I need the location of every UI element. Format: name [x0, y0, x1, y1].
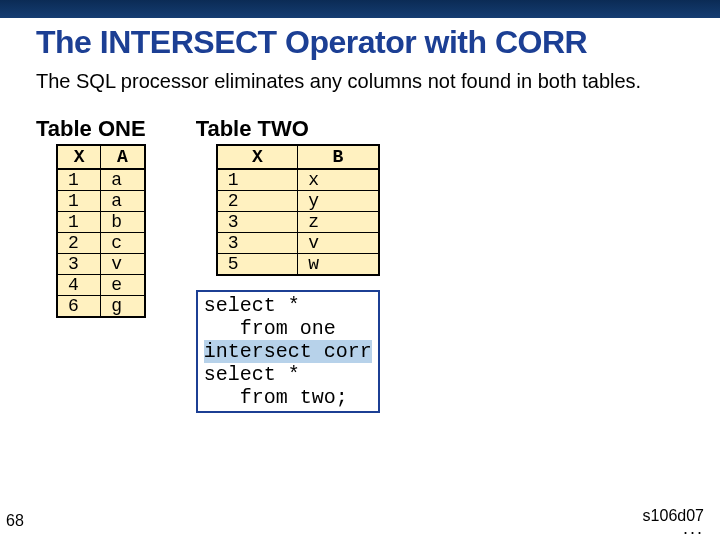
table-row: 1b: [57, 212, 145, 233]
table-row: X A: [57, 145, 145, 169]
table-row: 2c: [57, 233, 145, 254]
slide-content: The INTERSECT Operator with CORR The SQL…: [0, 24, 720, 413]
table-one-header-a: A: [101, 145, 145, 169]
code-line-highlight: intersect corr: [204, 340, 372, 363]
right-column: Table TWO X B 1x 2y 3z 3v 5w select * fr…: [196, 116, 380, 413]
slide-subtitle: The SQL processor eliminates any columns…: [36, 69, 684, 94]
table-two-header-x: X: [217, 145, 298, 169]
table-two-block: Table TWO X B 1x 2y 3z 3v 5w: [196, 116, 380, 276]
table-one: X A 1a 1a 1b 2c 3v 4e 6g: [56, 144, 146, 318]
slide-title: The INTERSECT Operator with CORR: [36, 24, 684, 61]
table-row: 5w: [217, 254, 379, 276]
table-row: 2y: [217, 191, 379, 212]
footer-ref: s106d07 ...: [643, 507, 704, 532]
code-line: from two;: [204, 386, 348, 409]
table-row: X B: [217, 145, 379, 169]
table-row: 1a: [57, 191, 145, 212]
table-row: 1x: [217, 169, 379, 191]
table-row: 4e: [57, 275, 145, 296]
code-line: select *: [204, 363, 300, 386]
sql-code-box: select * from one intersect corr select …: [196, 290, 380, 413]
table-two-header-b: B: [298, 145, 379, 169]
page-number: 68: [6, 512, 24, 530]
table-row: 1a: [57, 169, 145, 191]
table-one-block: Table ONE X A 1a 1a 1b 2c 3v 4e 6g: [36, 116, 146, 413]
tables-row: Table ONE X A 1a 1a 1b 2c 3v 4e 6g Table…: [36, 116, 684, 413]
code-line: from one: [204, 317, 336, 340]
table-one-header-x: X: [57, 145, 101, 169]
table-two: X B 1x 2y 3z 3v 5w: [216, 144, 380, 276]
table-row: 6g: [57, 296, 145, 318]
header-bar: [0, 0, 720, 18]
table-row: 3v: [217, 233, 379, 254]
footer-dots: ...: [643, 525, 704, 532]
table-row: 3v: [57, 254, 145, 275]
table-row: 3z: [217, 212, 379, 233]
code-line: select *: [204, 294, 300, 317]
table-one-caption: Table ONE: [36, 116, 146, 142]
table-two-caption: Table TWO: [196, 116, 380, 142]
